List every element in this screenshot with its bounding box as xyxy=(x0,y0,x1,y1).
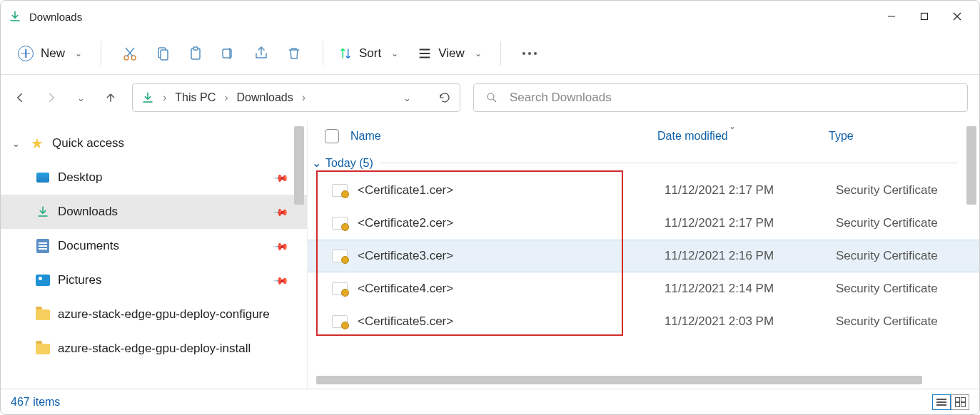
folder-icon xyxy=(36,344,50,354)
thumbnails-view-button[interactable] xyxy=(951,394,969,410)
sidebar-item-folder[interactable]: azure-stack-edge-gpu-deploy-install xyxy=(1,332,307,366)
divider xyxy=(380,163,958,163)
up-button[interactable] xyxy=(102,91,119,105)
group-count: (5) xyxy=(359,157,373,170)
breadcrumb-item[interactable]: Downloads xyxy=(237,91,293,104)
file-row[interactable]: <Certificate2.cer> 11/12/2021 2:17 PM Se… xyxy=(308,207,979,240)
pin-icon: 📌 xyxy=(273,169,289,185)
group-label: Today xyxy=(325,157,356,170)
file-type: Security Certificate xyxy=(836,216,938,230)
chevron-down-icon: ⌄ xyxy=(391,48,398,58)
delete-button[interactable] xyxy=(280,39,308,68)
star-icon: ★ xyxy=(31,135,44,152)
sort-button[interactable]: Sort ⌄ xyxy=(338,46,403,61)
view-button[interactable]: View ⌄ xyxy=(417,46,486,61)
recent-dropdown[interactable]: ⌄ xyxy=(72,93,89,103)
svg-point-2 xyxy=(124,56,128,60)
file-row[interactable]: <Certificate3.cer> 11/12/2021 2:16 PM Se… xyxy=(308,240,979,272)
sidebar-item-label: Documents xyxy=(58,239,119,253)
forward-button[interactable] xyxy=(42,91,59,105)
file-name: <Certificate2.cer> xyxy=(358,216,665,230)
sort-label: Sort xyxy=(359,46,381,61)
rename-button[interactable] xyxy=(214,39,243,68)
pin-icon: 📌 xyxy=(273,203,289,220)
view-label: View xyxy=(438,46,465,61)
cut-button[interactable] xyxy=(116,39,144,68)
pin-icon: 📌 xyxy=(273,272,289,288)
column-name[interactable]: Name xyxy=(350,130,657,143)
sidebar-item-pictures[interactable]: Pictures 📌 xyxy=(1,263,307,297)
file-name: <Certificate3.cer> xyxy=(358,249,665,263)
separator xyxy=(323,41,323,66)
file-list-pane: Name ⌄Date modified Type ⌄ Today (5) <Ce… xyxy=(308,121,979,389)
pictures-icon xyxy=(36,275,50,286)
file-row[interactable]: <Certificate1.cer> 11/12/2021 2:17 PM Se… xyxy=(308,174,979,207)
content-scrollbar[interactable] xyxy=(966,126,976,205)
file-date: 11/12/2021 2:17 PM xyxy=(665,183,836,198)
horizontal-scrollbar[interactable] xyxy=(316,376,922,384)
search-icon xyxy=(485,91,498,104)
breadcrumb-item[interactable]: This PC xyxy=(175,91,216,104)
sidebar-item-quick-access[interactable]: ⌄ ★ Quick access xyxy=(1,126,307,160)
file-type: Security Certificate xyxy=(836,282,938,296)
chevron-down-icon: ⌄ xyxy=(475,48,482,58)
grid-icon xyxy=(955,397,965,407)
column-date[interactable]: ⌄Date modified xyxy=(657,130,829,143)
file-date: 11/12/2021 2:03 PM xyxy=(665,314,836,329)
documents-icon xyxy=(36,239,49,253)
back-button[interactable] xyxy=(12,91,29,105)
share-button[interactable] xyxy=(247,39,276,68)
history-dropdown[interactable]: ⌄ xyxy=(403,93,411,103)
sidebar-item-label: Downloads xyxy=(58,205,118,219)
svg-rect-7 xyxy=(193,47,198,50)
desktop-icon xyxy=(36,173,49,183)
navigation-row: ⌄ › This PC › Downloads › ⌄ Search Downl… xyxy=(1,75,979,121)
file-row[interactable]: <Certificate4.cer> 11/12/2021 2:14 PM Se… xyxy=(308,272,979,305)
column-headers: Name ⌄Date modified Type xyxy=(308,121,979,152)
address-bar[interactable]: › This PC › Downloads › ⌄ xyxy=(132,83,460,112)
svg-rect-5 xyxy=(161,50,168,60)
details-view-button[interactable] xyxy=(932,394,951,410)
search-placeholder: Search Downloads xyxy=(510,91,612,105)
column-type[interactable]: Type xyxy=(829,130,854,143)
list-icon xyxy=(936,401,946,403)
search-input[interactable]: Search Downloads xyxy=(473,83,968,112)
close-button[interactable] xyxy=(941,5,974,28)
file-date: 11/12/2021 2:17 PM xyxy=(665,216,836,230)
sidebar-scrollbar[interactable] xyxy=(294,126,304,205)
downloads-icon xyxy=(141,91,154,104)
status-bar: 467 items xyxy=(1,389,979,414)
folder-icon xyxy=(36,309,50,320)
navigation-pane: ⌄ ★ Quick access Desktop 📌 Downloads 📌 D… xyxy=(1,121,308,389)
certificate-icon xyxy=(332,184,348,197)
paste-button[interactable] xyxy=(181,39,210,68)
svg-rect-1 xyxy=(921,14,928,20)
svg-point-3 xyxy=(131,56,136,60)
select-all-checkbox[interactable] xyxy=(325,129,339,143)
file-row[interactable]: <Certificate5.cer> 11/12/2021 2:03 PM Se… xyxy=(308,305,979,338)
new-button[interactable]: New ⌄ xyxy=(14,43,86,64)
sidebar-item-desktop[interactable]: Desktop 📌 xyxy=(1,160,307,195)
file-name: <Certificate1.cer> xyxy=(358,183,665,198)
file-type: Security Certificate xyxy=(836,249,938,263)
new-label: New xyxy=(41,46,65,61)
certificate-icon xyxy=(332,250,348,262)
refresh-button[interactable] xyxy=(438,91,451,104)
sidebar-item-downloads[interactable]: Downloads 📌 xyxy=(1,195,307,229)
sidebar-item-documents[interactable]: Documents 📌 xyxy=(1,229,307,263)
downloads-icon xyxy=(6,10,24,23)
minimize-button[interactable] xyxy=(875,5,908,28)
downloads-icon xyxy=(35,205,51,218)
copy-button[interactable] xyxy=(148,39,177,68)
file-date: 11/12/2021 2:16 PM xyxy=(665,249,836,263)
sort-indicator-icon: ⌄ xyxy=(729,121,736,131)
more-button[interactable] xyxy=(515,52,544,55)
chevron-right-icon: › xyxy=(302,91,305,104)
sidebar-item-folder[interactable]: azure-stack-edge-gpu-deploy-configure xyxy=(1,297,307,332)
file-name: <Certificate4.cer> xyxy=(358,282,665,296)
group-header[interactable]: ⌄ Today (5) xyxy=(308,156,979,170)
plus-icon xyxy=(18,46,34,61)
maximize-button[interactable] xyxy=(908,5,941,28)
certificate-icon xyxy=(332,217,348,230)
window-title: Downloads xyxy=(29,11,82,23)
